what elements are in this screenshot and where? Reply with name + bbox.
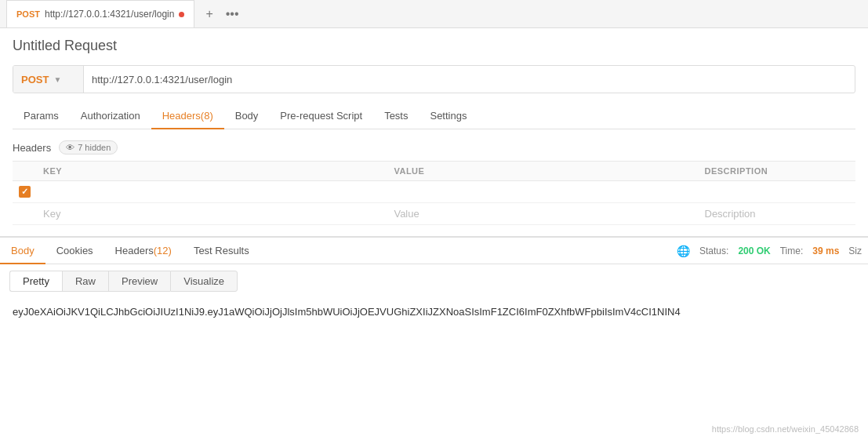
row-key-cell (37, 181, 387, 203)
headers-section: Headers 👁 7 hidden KEY VALUE DESCRIPTION (13, 129, 855, 233)
table-row-checked: ✓ (13, 181, 855, 203)
tab-body[interactable]: Body (224, 104, 270, 129)
response-body-text: eyJ0eXAiOiJKV1QiLCJhbGciOiJIUzI1NiJ9.eyJ… (13, 306, 681, 318)
row-desc-cell (699, 181, 856, 203)
request-tabs: Params Authorization Headers(8) Body Pre… (13, 103, 855, 129)
top-tab-bar: POST http://127.0.0.1:4321/user/login + … (0, 0, 868, 28)
method-label: POST (21, 74, 49, 85)
key-placeholder[interactable]: Key (37, 203, 387, 225)
tab-headers[interactable]: Headers(8) (151, 104, 224, 129)
row-checkbox[interactable]: ✓ (19, 186, 31, 198)
status-label: Status: (699, 245, 728, 256)
url-bar: POST ▼ (13, 65, 855, 93)
resp-tab-test-results[interactable]: Test Results (183, 238, 260, 264)
add-tab-button[interactable]: + (202, 5, 216, 23)
value-placeholder[interactable]: Value (387, 203, 698, 225)
desc-placeholder[interactable]: Description (699, 203, 856, 225)
tab-authorization[interactable]: Authorization (70, 104, 151, 129)
tab-actions: + ••• (202, 5, 242, 23)
format-tab-preview[interactable]: Preview (108, 271, 170, 292)
response-tabs-row: Body Cookies Headers(12) Test Results 🌐 … (0, 238, 868, 264)
request-tab[interactable]: POST http://127.0.0.1:4321/user/login (6, 0, 194, 27)
tab-tests[interactable]: Tests (373, 104, 419, 129)
status-value: 200 OK (738, 245, 770, 256)
modified-dot (179, 12, 184, 17)
tab-pre-request-script[interactable]: Pre-request Script (269, 104, 373, 129)
col-header-key: KEY (37, 162, 387, 181)
headers-label: Headers (13, 142, 51, 154)
response-body: eyJ0eXAiOiJKV1QiLCJhbGciOiJIUzI1NiJ9.eyJ… (0, 298, 868, 333)
table-row-empty: Key Value Description (13, 203, 855, 225)
resp-tab-cookies[interactable]: Cookies (45, 238, 104, 264)
row-value-cell (387, 181, 698, 203)
headers-table: KEY VALUE DESCRIPTION ✓ (13, 161, 855, 225)
format-tabs-row: Pretty Raw Preview Visualize (0, 264, 868, 298)
format-tab-visualize[interactable]: Visualize (170, 271, 238, 292)
size-label: Siz (848, 245, 862, 256)
method-chevron-icon: ▼ (53, 75, 61, 84)
request-title: Untitled Request (13, 38, 855, 54)
time-label: Time: (780, 245, 804, 256)
response-section: Body Cookies Headers(12) Test Results 🌐 … (0, 236, 868, 333)
tab-url: http://127.0.0.1:4321/user/login (45, 9, 174, 20)
method-select[interactable]: POST ▼ (13, 66, 84, 93)
checkbox-cell[interactable]: ✓ (19, 186, 31, 198)
col-header-description: DESCRIPTION (699, 162, 856, 181)
resp-tab-body[interactable]: Body (0, 238, 45, 264)
check-mark-icon: ✓ (21, 187, 28, 197)
eye-icon: 👁 (66, 143, 74, 152)
time-value: 39 ms (812, 245, 839, 256)
globe-icon: 🌐 (677, 245, 690, 257)
tab-method-badge: POST (16, 9, 40, 19)
format-tab-raw[interactable]: Raw (62, 271, 108, 292)
hidden-count: 7 hidden (78, 143, 111, 152)
resp-tab-headers[interactable]: Headers(12) (104, 238, 183, 264)
main-content: Untitled Request POST ▼ Params Authoriza… (0, 28, 868, 233)
tab-settings[interactable]: Settings (419, 104, 478, 129)
col-header-check (13, 162, 37, 181)
response-meta: 🌐 Status: 200 OK Time: 39 ms Siz (677, 245, 868, 257)
tab-params[interactable]: Params (13, 104, 70, 129)
format-tab-pretty[interactable]: Pretty (9, 271, 62, 292)
more-options-button[interactable]: ••• (223, 5, 242, 23)
headers-label-row: Headers 👁 7 hidden (13, 137, 855, 161)
col-header-value: VALUE (387, 162, 698, 181)
hidden-badge[interactable]: 👁 7 hidden (59, 140, 118, 155)
url-input[interactable] (84, 74, 855, 85)
